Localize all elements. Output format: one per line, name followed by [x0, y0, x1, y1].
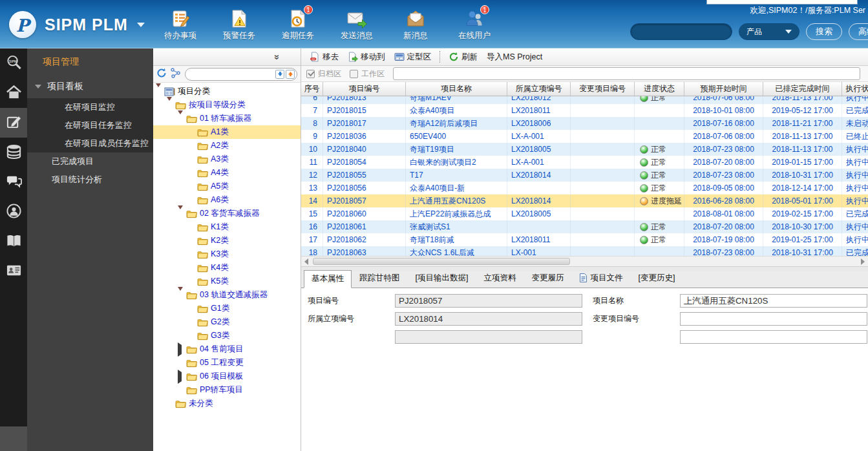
rail-item-book[interactable]	[0, 227, 27, 257]
scrollbar-thumb[interactable]	[313, 258, 570, 265]
tree-node[interactable]: A4类	[153, 166, 301, 180]
horizontal-scrollbar[interactable]	[301, 256, 868, 266]
tree-node[interactable]: PP轿车项目	[153, 383, 301, 397]
tree-node[interactable]: A6类	[153, 193, 301, 207]
expander-closed-icon[interactable]	[178, 345, 184, 354]
sidebar-item[interactable]: 已完成项目	[27, 152, 153, 171]
extra-field-left[interactable]	[395, 330, 582, 344]
todo-tool[interactable]: 待办事项	[160, 8, 200, 41]
column-header[interactable]: 进度状态	[635, 82, 684, 96]
expander-open-icon[interactable]	[178, 114, 184, 123]
tree-node[interactable]: 03 轨道交通减振器	[153, 288, 301, 302]
alert-task-tool[interactable]: 预警任务	[219, 8, 259, 41]
table-row[interactable]: 16PJ2018061张威测试S1正常2018-07-20 08:002018-…	[301, 220, 868, 233]
column-header[interactable]: 变更项目编号	[571, 82, 635, 96]
tree-node[interactable]: K2类	[153, 234, 301, 247]
global-search-input[interactable]	[630, 23, 732, 40]
rail-item-support[interactable]	[0, 197, 27, 227]
collapse-double-chevron-icon[interactable]: »	[271, 54, 282, 59]
chevron-down-icon[interactable]	[137, 23, 145, 27]
new-message-tool[interactable]: 新消息	[396, 8, 436, 41]
tree-node[interactable]: G3类	[153, 329, 301, 342]
table-row[interactable]: 13PJ2018056众泰A40项目-新正常2018-09-05 08:0020…	[301, 182, 868, 194]
rail-item-database[interactable]	[0, 138, 27, 167]
table-row[interactable]: 10PJ2018040奇瑞T19项目LX2018005正常2018-07-23 …	[301, 143, 868, 156]
top-edge-input[interactable]	[706, 0, 858, 5]
remove-button[interactable]: 移去	[305, 50, 343, 64]
table-filter-input[interactable]	[393, 67, 860, 80]
tree-structure-icon[interactable]	[171, 68, 181, 80]
column-header[interactable]: 项目名称	[406, 82, 507, 96]
change-code-field[interactable]	[680, 312, 867, 326]
finalize-zone-button[interactable]: 定型区	[390, 50, 436, 64]
column-header[interactable]: 执行状态	[842, 82, 868, 96]
column-header[interactable]: 序号	[301, 82, 323, 96]
tree-node[interactable]: 未分类	[153, 397, 301, 410]
table-row[interactable]: 7PJ2018015众泰A40项目LX20180112018-10-01 08:…	[301, 104, 868, 117]
tree-node[interactable]: K5类	[153, 275, 301, 288]
rail-item-chat[interactable]	[0, 167, 27, 197]
tree-node[interactable]: 01 轿车减振器	[153, 112, 301, 125]
tree-search-input[interactable]	[185, 68, 297, 81]
project-name-field[interactable]	[680, 294, 867, 308]
column-header[interactable]: 预期开始时间	[684, 82, 763, 96]
table-row[interactable]: 6PJ2018013奇瑞M1AEVLX2018012正常2018-07-06 0…	[301, 96, 868, 104]
advanced-search-button[interactable]: 高级	[849, 23, 868, 40]
tree-node[interactable]: A3类	[153, 152, 301, 166]
tab-detail-6[interactable]: [变更历史]	[630, 269, 683, 288]
sidebar-header-project-management[interactable]: 项目管理	[27, 48, 153, 74]
table-row[interactable]: 12PJ2018055T17LX2018014正常2018-07-23 08:0…	[301, 169, 868, 182]
search-category-select[interactable]: 产品	[739, 23, 799, 40]
tab-detail-3[interactable]: 立项资料	[476, 269, 524, 288]
scroll-left-arrow-icon[interactable]	[304, 258, 308, 265]
tree-node[interactable]: 06 项目模板	[153, 370, 301, 383]
sidebar-subitem[interactable]: 在研项目成员任务监控	[27, 134, 153, 152]
sidebar-subitem[interactable]: 在研项目监控	[27, 98, 153, 116]
online-users-tool[interactable]: 1在线用户	[454, 8, 494, 41]
table-row[interactable]: 11PJ2018054白银来的测试项目2LX-A-001正常2018-07-20…	[301, 156, 868, 169]
expander-open-icon[interactable]	[167, 101, 173, 110]
tree-node[interactable]: A1类	[153, 125, 301, 139]
search-up-button[interactable]	[286, 70, 295, 79]
expander-closed-icon[interactable]	[178, 372, 184, 381]
expander-open-icon[interactable]	[178, 291, 184, 300]
sidebar-item[interactable]: 项目统计分析	[27, 171, 153, 189]
table-row[interactable]: 17PJ2018062奇瑞T18前减LX2018011正常2018-07-19 …	[301, 233, 868, 246]
sidebar-item-project-kanban[interactable]: 项目看板	[27, 74, 153, 98]
column-header[interactable]: 项目编号	[323, 82, 406, 96]
tree-node[interactable]: K4类	[153, 261, 301, 275]
table-row[interactable]: 8PJ2018017奇瑞A12前后减项目LX20180062018-07-16 …	[301, 117, 868, 130]
import-msproject-button[interactable]: 导入MS Project	[482, 50, 547, 64]
expander-open-icon[interactable]	[156, 87, 162, 96]
expander-open-icon[interactable]	[178, 209, 184, 218]
work-zone-checkbox[interactable]	[350, 70, 358, 78]
search-down-button[interactable]	[275, 70, 284, 79]
table-row[interactable]: 15PJ2018060上汽EP22前减振器总成LX20180052018-08-…	[301, 207, 868, 220]
tab-detail-1[interactable]: 跟踪甘特图	[352, 269, 408, 288]
rail-item-edit[interactable]	[0, 108, 27, 138]
rail-item-home[interactable]	[0, 78, 27, 108]
overdue-task-tool[interactable]: 1逾期任务	[278, 8, 318, 41]
search-button[interactable]: 搜索	[806, 23, 842, 40]
column-header[interactable]: 所属立项编号	[507, 82, 571, 96]
tab-detail-5[interactable]: 项目文件	[571, 269, 630, 288]
lx-code-field[interactable]	[395, 312, 582, 326]
table-row[interactable]: 18PJ2018063大众NCS 1.6L后减LX-0012018-07-23 …	[301, 246, 868, 256]
tree-node[interactable]: 按项目等级分类	[153, 98, 301, 112]
tree-node[interactable]: K3类	[153, 247, 301, 261]
tree-node[interactable]: 05 工程变更	[153, 356, 301, 370]
tree-node[interactable]: K1类	[153, 220, 301, 234]
tree-node[interactable]: 项目分类	[153, 85, 301, 98]
tree-node[interactable]: A5类	[153, 180, 301, 193]
rail-item-contact-card[interactable]	[0, 257, 27, 286]
refresh-button[interactable]: 刷新	[444, 50, 482, 64]
table-row[interactable]: 14PJ2018057上汽通用五菱CN120SLX2018014进度拖延2016…	[301, 194, 868, 207]
tree-node[interactable]: A2类	[153, 139, 301, 152]
tree-refresh-icon[interactable]	[156, 68, 167, 80]
archive-zone-checkbox[interactable]	[306, 70, 315, 78]
table-row[interactable]: 9PJ2018036650EV400LX-A-0012018-07-06 08:…	[301, 130, 868, 143]
send-message-tool[interactable]: 发送消息	[337, 8, 377, 41]
app-logo[interactable]: P SIPM PLM	[9, 11, 145, 38]
tree-node[interactable]: G2类	[153, 315, 301, 329]
sidebar-subitem[interactable]: 在研项目任务监控	[27, 116, 153, 134]
